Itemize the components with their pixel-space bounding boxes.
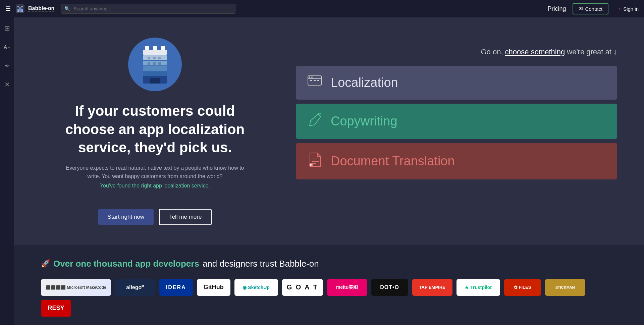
svg-rect-9: [143, 50, 167, 55]
svg-rect-26: [314, 80, 316, 81]
search-icon: 🔍: [64, 6, 70, 11]
search-bar: 🔍: [61, 4, 235, 14]
hero-link[interactable]: You've found the right app localization …: [100, 183, 210, 189]
svg-point-28: [309, 76, 310, 78]
svg-rect-5: [19, 7, 21, 12]
svg-rect-12: [143, 66, 167, 71]
signin-icon: →: [615, 5, 621, 12]
hero-right: Go on, choose something we're great at ↓: [296, 38, 617, 179]
hero-title: If your customers could choose an app lo…: [54, 102, 256, 157]
trust-logos-container: ⬛⬛⬛⬛ Microsoft MakeCode allego⧉ IDERA Gi…: [41, 279, 617, 317]
hero-buttons: Start right now Tell me more: [98, 209, 212, 225]
svg-rect-19: [153, 62, 156, 65]
service-card-document[interactable]: ⟳ Document Translation: [296, 143, 617, 179]
svg-point-29: [311, 76, 313, 78]
sidebar: ⊞ A→ ✒ ✕: [0, 17, 14, 325]
logo-goat: G O A T: [282, 279, 323, 296]
svg-rect-6: [145, 46, 149, 50]
logo-microsoft: ⬛⬛⬛⬛ Microsoft MakeCode: [41, 279, 111, 296]
localization-label: Localization: [331, 75, 398, 90]
svg-rect-2: [21, 6, 23, 7]
logo-stickman: STICKMAN: [545, 279, 585, 296]
sidebar-item-pen[interactable]: ✒: [2, 60, 12, 71]
main-content: If your customers could choose an app lo…: [14, 17, 644, 325]
rocket-icon: 🚀: [41, 259, 50, 268]
svg-rect-7: [153, 46, 157, 50]
logo-doto: DOT•O: [371, 279, 408, 296]
document-icon: ⟳: [307, 152, 323, 170]
logo-resy: RESY: [41, 300, 71, 317]
menu-icon[interactable]: ☰: [5, 5, 11, 12]
svg-rect-22: [155, 78, 160, 84]
svg-rect-25: [310, 80, 312, 81]
hero-left: If your customers could choose an app lo…: [41, 38, 269, 225]
logo-sketchup: ◉ SketchUp: [234, 279, 278, 296]
copywriting-label: Copywriting: [331, 114, 397, 128]
svg-rect-4: [21, 9, 23, 12]
svg-rect-27: [317, 80, 319, 81]
document-label: Document Translation: [331, 154, 455, 168]
logo-icon: [15, 3, 25, 14]
svg-rect-15: [148, 57, 150, 59]
trust-headline-rest: and designers trust Babble-on: [203, 259, 319, 269]
svg-rect-3: [17, 9, 19, 12]
trust-headline-colored: Over one thousand app developers: [53, 259, 199, 269]
tower-svg: [138, 43, 172, 86]
svg-rect-8: [161, 46, 165, 50]
hero-subtitle: Everyone expects to read natural, native…: [64, 164, 246, 181]
contact-button[interactable]: ✉ Contact: [573, 3, 608, 14]
envelope-icon: ✉: [579, 6, 583, 12]
svg-rect-21: [150, 78, 155, 84]
trust-section: 🚀 Over one thousand app developers and d…: [14, 245, 644, 325]
logo-allego: allego⧉: [115, 279, 155, 296]
service-card-localization[interactable]: Localization: [296, 66, 617, 100]
tell-more-button[interactable]: Tell me more: [159, 209, 212, 225]
logo-github: GitHub: [197, 279, 230, 296]
svg-rect-20: [158, 62, 161, 65]
navbar: ☰ Babble-on 🔍 Pricing ✉ Contact → Sign i…: [0, 0, 644, 17]
logo-idera: IDERA: [159, 279, 193, 296]
svg-rect-1: [17, 6, 19, 7]
navbar-right: Pricing ✉ Contact → Sign in: [547, 3, 639, 14]
service-card-copywriting[interactable]: Copywriting: [296, 104, 617, 139]
svg-rect-13: [143, 71, 167, 76]
start-now-button[interactable]: Start right now: [98, 209, 154, 225]
tagline-underline: choose something: [505, 48, 565, 56]
hero-illustration: [128, 38, 182, 91]
logo-trustpilot: ★ Trustpilot: [457, 279, 500, 296]
svg-text:⟳: ⟳: [310, 163, 313, 167]
search-input[interactable]: [61, 4, 235, 14]
hero-section: If your customers could choose an app lo…: [14, 17, 644, 245]
logo-tap: TAP EMPIRE: [412, 279, 452, 296]
localization-icon: [307, 75, 323, 90]
trust-headline: 🚀 Over one thousand app developers and d…: [41, 259, 617, 269]
svg-rect-14: [143, 76, 167, 84]
sidebar-item-grid[interactable]: ⊞: [2, 23, 12, 34]
logo[interactable]: Babble-on: [15, 3, 54, 14]
logo-meitu: meitu美图: [327, 279, 367, 296]
signin-button[interactable]: → Sign in: [615, 5, 639, 12]
sidebar-item-tools[interactable]: ✕: [2, 79, 12, 90]
copywriting-icon: [307, 113, 323, 129]
logo-text: Babble-on: [28, 5, 54, 12]
hero-tagline: Go on, choose something we're great at ↓: [296, 48, 617, 56]
pricing-link[interactable]: Pricing: [547, 5, 566, 12]
svg-rect-18: [148, 62, 150, 65]
logo-files: ✿ FILES: [504, 279, 541, 296]
svg-rect-17: [158, 57, 161, 59]
sidebar-item-translate[interactable]: A→: [2, 42, 12, 52]
svg-rect-16: [153, 57, 156, 59]
